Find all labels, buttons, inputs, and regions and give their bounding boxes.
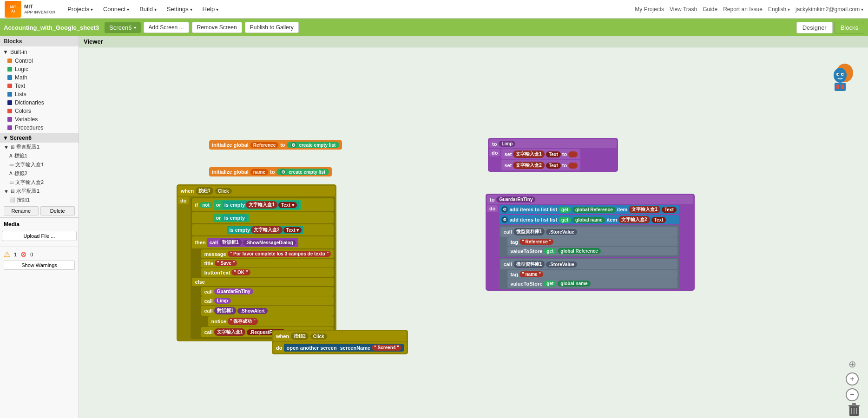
comp-textbox1[interactable]: ▭ 文字輸入盒1: [0, 160, 79, 169]
control-label: Control: [15, 58, 33, 64]
when-click-block[interactable]: when 按鈕1 Click do if not: [177, 184, 336, 341]
designer-button[interactable]: Designer: [796, 22, 833, 33]
sidebar-item-text[interactable]: Text: [0, 82, 79, 90]
colors-label: Colors: [15, 108, 31, 114]
comp-vertical1[interactable]: ▼ ⊞ 垂直配置1: [0, 143, 79, 151]
comp-horiz-expand: ▼: [4, 189, 9, 194]
nav-projects[interactable]: Projects: [63, 4, 98, 14]
lists-label: Lists: [15, 91, 26, 98]
comp-label1[interactable]: A 標籤1: [0, 151, 79, 160]
add-screen-button[interactable]: Add Screen ...: [144, 22, 189, 33]
nav-build[interactable]: Build: [135, 4, 161, 14]
init-global-name-block[interactable]: initialize global name to ⚙ create empty…: [209, 167, 332, 176]
comp-textbox2[interactable]: ▭ 文字輸入盒2: [0, 178, 79, 187]
block-canvas[interactable]: initialize global Reference to ⚙ create …: [79, 47, 868, 418]
guide-link[interactable]: Guide: [703, 6, 717, 13]
or-block2: or is empty: [213, 214, 249, 222]
report-issue-link[interactable]: Report an Issue: [723, 6, 763, 13]
textbox2-ref: 文字輸入盒2: [251, 226, 283, 234]
top-navigation: MITAI MIT APP INVENTOR Projects Connect …: [0, 0, 868, 19]
nav-settings[interactable]: Settings: [162, 4, 197, 14]
user-email[interactable]: jackykimkim2@gmail.com: [796, 6, 863, 13]
sidebar-item-colors[interactable]: Colors: [0, 107, 79, 115]
viewer: Viewer: [79, 36, 868, 418]
publish-button[interactable]: Publish to Gallery: [245, 22, 299, 33]
sidebar: Blocks ▼ Built-in Control Logic Math Tex…: [0, 36, 79, 418]
ai-character: [822, 61, 859, 105]
sidebar-item-math[interactable]: Math: [0, 73, 79, 82]
upload-file-button[interactable]: Upload File ...: [2, 231, 77, 241]
guardar-pill: GuardarEnTiny: [214, 288, 253, 294]
rename-button[interactable]: Rename: [4, 206, 39, 216]
sidebar-item-dictionaries[interactable]: Dictionaries: [0, 98, 79, 107]
svg-rect-4: [841, 85, 844, 89]
svg-rect-10: [848, 405, 860, 406]
delete-button[interactable]: Delete: [40, 206, 75, 216]
blocks-button[interactable]: Blocks: [835, 22, 864, 33]
show-warnings-button[interactable]: Show Warnings: [4, 261, 75, 270]
limp-prop1: Text: [546, 151, 561, 157]
zoom-out-button[interactable]: −: [846, 388, 859, 401]
sidebar-item-lists[interactable]: Lists: [0, 90, 79, 98]
sidebar-item-variables[interactable]: Variables: [0, 115, 79, 124]
logo-text: MIT APP INVENTOR: [24, 4, 55, 15]
media-header: Media: [2, 220, 77, 229]
warning-section: ⚠ 1 ⊗ 0 Show Warnings: [0, 247, 79, 273]
error-icon: ⊗: [20, 250, 26, 259]
limp-pill: Limp: [214, 298, 231, 304]
sidebar-item-procedures[interactable]: Procedures: [0, 124, 79, 132]
to-guardar-block[interactable]: to GuardarEnTiny do ⚙ add items to list …: [486, 194, 695, 291]
init-label: initialize global: [212, 142, 249, 148]
to-limp-block[interactable]: to Limp do set 文字輸入盒1 Text to: [488, 138, 618, 172]
text-color: [7, 84, 12, 88]
trash-button[interactable]: [848, 402, 861, 418]
set1-label: set: [504, 151, 512, 157]
else-call4: call: [204, 329, 212, 335]
zoom-in-button[interactable]: +: [846, 372, 859, 385]
do2-label: do: [276, 345, 282, 351]
call2-label: call: [503, 261, 512, 267]
dict-label: Dictionaries: [15, 99, 44, 106]
math-color: [7, 75, 12, 80]
is-empty-label2: is empty: [224, 215, 245, 221]
guardar-comp2: 文字輸入盒2: [618, 216, 650, 223]
do-limp-label: do: [492, 150, 498, 156]
screen-tab[interactable]: Screen6: [105, 22, 140, 33]
comp-btn1[interactable]: ⬜ 按鈕1: [0, 196, 79, 204]
init-global-ref-block[interactable]: initialize global Reference to ⚙ create …: [209, 140, 342, 150]
get2-label: get: [559, 217, 571, 223]
screen6-collapse: ▼: [3, 135, 8, 141]
language-selector[interactable]: English: [768, 6, 790, 13]
comp-textbox2-text: 文字輸入盒2: [15, 179, 44, 186]
math-label: Math: [15, 74, 27, 81]
create-list2-label: create empty list: [289, 170, 325, 175]
comp-label-icon: A: [9, 153, 13, 158]
guardar-body: ⚙ add items to list list get global Refe…: [499, 205, 678, 289]
remove-screen-button[interactable]: Remove Screen: [192, 22, 242, 33]
view-trash-link[interactable]: View Trash: [670, 6, 697, 13]
sidebar-item-control[interactable]: Control: [0, 57, 79, 65]
store-value1-block: call 微型資料庫1 .StoreValue tag " Reference …: [499, 225, 678, 257]
call-dialog-block: call 對話框1 .ShowMessageDialog: [207, 238, 298, 247]
when-click2-block[interactable]: when 按鈕2 Click do open another screen sc…: [272, 330, 408, 354]
btn-text-value: " OK ": [231, 269, 250, 275]
comp-horiz1[interactable]: ▼ ⊟ 水平配置1: [0, 187, 79, 196]
list2-label: list: [550, 217, 557, 222]
comp-layout-icon: ⊞: [11, 144, 14, 150]
main-menu: Projects Connect Build Settings Help: [63, 4, 223, 14]
click2-pill: Click: [310, 333, 327, 340]
screen6-label: Screen6: [10, 135, 32, 141]
my-projects-link[interactable]: My Projects: [635, 6, 664, 13]
sidebar-item-logic[interactable]: Logic: [0, 65, 79, 73]
comp-label2[interactable]: A 標籤2: [0, 169, 79, 178]
builtin-group[interactable]: ▼ Built-in: [0, 47, 79, 57]
comp-label2-icon: A: [9, 171, 13, 176]
nav-connect[interactable]: Connect: [99, 4, 134, 14]
show-alert-method: .ShowAlert: [237, 308, 267, 314]
nav-help[interactable]: Help: [198, 4, 224, 14]
crosshair-icon[interactable]: ⊕: [848, 359, 856, 370]
limp-to1: to: [562, 151, 567, 157]
do-label: do: [180, 198, 186, 203]
name-pill: name: [250, 169, 268, 175]
guardar-name-pill: GuardarEnTiny: [496, 196, 535, 202]
